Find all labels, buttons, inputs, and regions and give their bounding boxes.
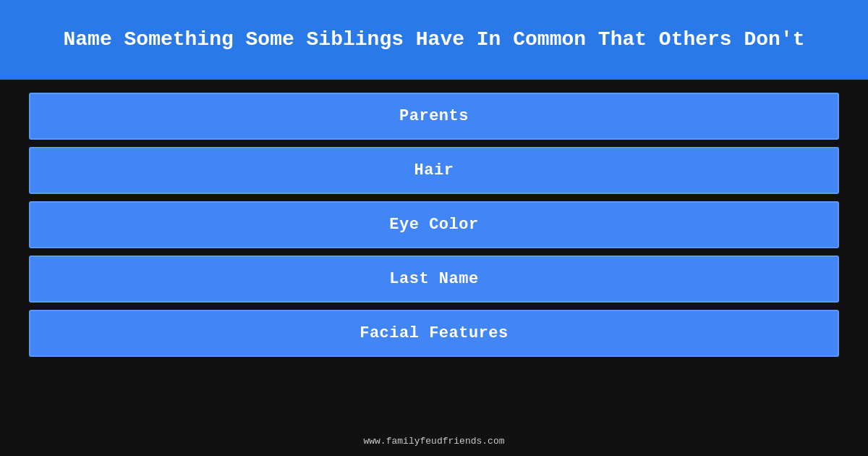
answer-row[interactable]: Hair [29, 147, 839, 194]
answer-row[interactable]: Facial Features [29, 310, 839, 357]
answer-text-2: Eye Color [389, 216, 478, 234]
answer-row[interactable]: Last Name [29, 256, 839, 303]
footer: www.familyfeudfriends.com [0, 426, 868, 456]
answer-text-4: Facial Features [359, 324, 509, 342]
footer-url: www.familyfeudfriends.com [363, 436, 504, 447]
answer-text-0: Parents [399, 107, 469, 125]
answer-text-3: Last Name [389, 270, 478, 288]
answer-row[interactable]: Eye Color [29, 201, 839, 248]
header: Name Something Some Siblings Have In Com… [0, 0, 868, 80]
answer-text-1: Hair [414, 161, 454, 180]
page-title: Name Something Some Siblings Have In Com… [64, 27, 805, 53]
answers-container: ParentsHairEye ColorLast NameFacial Feat… [0, 80, 868, 426]
answer-row[interactable]: Parents [29, 93, 839, 140]
